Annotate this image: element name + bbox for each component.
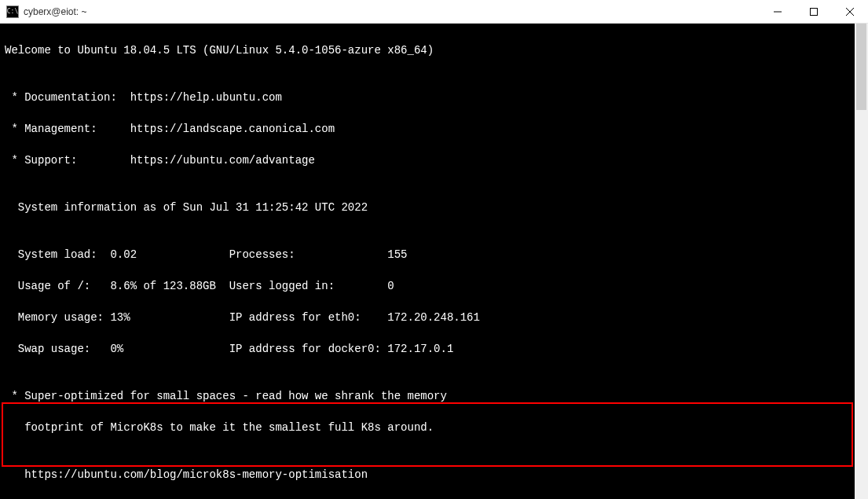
scrollbar-track[interactable] xyxy=(855,24,868,499)
terminal-line: Memory usage: 13% IP address for eth0: 1… xyxy=(5,310,850,325)
terminal-line: Swap usage: 0% IP address for docker0: 1… xyxy=(5,341,850,357)
terminal-line: System information as of Sun Jul 31 11:2… xyxy=(5,200,850,215)
close-button[interactable] xyxy=(832,0,868,24)
terminal-output[interactable]: Welcome to Ubuntu 18.04.5 LTS (GNU/Linux… xyxy=(0,24,855,499)
terminal-line: Usage of /: 8.6% of 123.88GB Users logge… xyxy=(5,278,850,294)
terminal-line: * Management: https://landscape.canonica… xyxy=(5,121,850,137)
terminal-line: * Super-optimized for small spaces - rea… xyxy=(5,388,850,404)
terminal-line: footprint of MicroK8s to make it the sma… xyxy=(5,420,850,435)
minimize-button[interactable] xyxy=(760,0,796,24)
scrollbar-thumb[interactable] xyxy=(856,24,866,110)
maximize-button[interactable] xyxy=(796,0,832,24)
terminal-line: https://ubuntu.com/blog/microk8s-memory-… xyxy=(5,467,850,482)
svg-rect-0 xyxy=(811,8,818,15)
window-titlebar: C:\ cyberx@eiot: ~ xyxy=(0,0,868,24)
terminal-line: Welcome to Ubuntu 18.04.5 LTS (GNU/Linux… xyxy=(5,42,850,58)
terminal-app-icon: C:\ xyxy=(6,6,19,18)
terminal-line: * Support: https://ubuntu.com/advantage xyxy=(5,152,850,168)
terminal-line: System load: 0.02 Processes: 155 xyxy=(5,247,850,262)
window-title: cyberx@eiot: ~ xyxy=(24,6,87,17)
terminal-line: * Documentation: https://help.ubuntu.com xyxy=(5,90,850,105)
